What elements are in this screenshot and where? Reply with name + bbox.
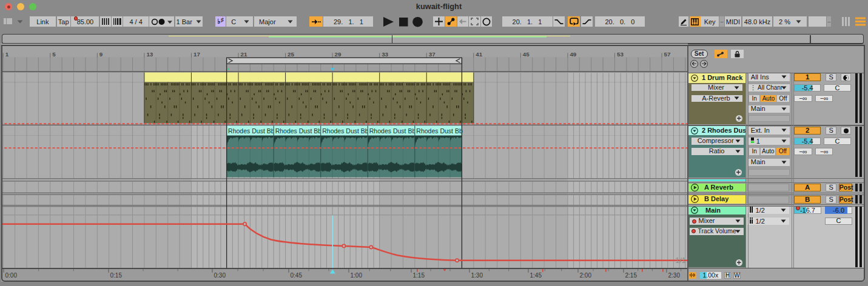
svg-text:21: 21	[241, 51, 247, 58]
svg-text:Rhodes Dust Bb: Rhodes Dust Bb	[416, 127, 463, 135]
svg-text:5: 5	[52, 51, 56, 58]
svg-text:2:15: 2:15	[625, 272, 638, 279]
svg-text:Rhodes Dust Bb: Rhodes Dust Bb	[322, 127, 369, 135]
svg-text:1: 1	[5, 51, 9, 58]
svg-text:0:30: 0:30	[214, 272, 226, 279]
svg-text:41: 41	[476, 51, 482, 58]
svg-text:1/1: 1/1	[675, 256, 686, 265]
svg-text:13: 13	[146, 51, 153, 58]
svg-text:0:45: 0:45	[291, 272, 303, 279]
svg-text:33: 33	[382, 51, 388, 58]
svg-text:Rhodes Dust Bb: Rhodes Dust Bb	[228, 127, 275, 135]
svg-text:1:15: 1:15	[413, 272, 425, 279]
svg-text:17: 17	[193, 51, 200, 58]
svg-text:25: 25	[288, 51, 294, 58]
svg-text:29: 29	[335, 51, 341, 58]
svg-text:45: 45	[523, 51, 530, 58]
svg-text:57: 57	[664, 51, 671, 58]
svg-text:0:15: 0:15	[110, 272, 123, 279]
svg-text:2:30: 2:30	[668, 272, 681, 279]
svg-text:9: 9	[99, 51, 103, 58]
svg-text:37: 37	[429, 51, 436, 58]
svg-text:53: 53	[617, 51, 624, 58]
svg-text:1:00: 1:00	[351, 272, 363, 279]
svg-text:Rhodes Dust Bb: Rhodes Dust Bb	[369, 127, 416, 135]
svg-text:2:00: 2:00	[580, 272, 592, 279]
svg-text:1:30: 1:30	[471, 272, 483, 279]
svg-text:1:45: 1:45	[530, 272, 542, 279]
svg-text:49: 49	[570, 51, 576, 58]
svg-text:0:00: 0:00	[5, 272, 18, 279]
svg-text:Rhodes Dust Bb: Rhodes Dust Bb	[275, 127, 322, 135]
